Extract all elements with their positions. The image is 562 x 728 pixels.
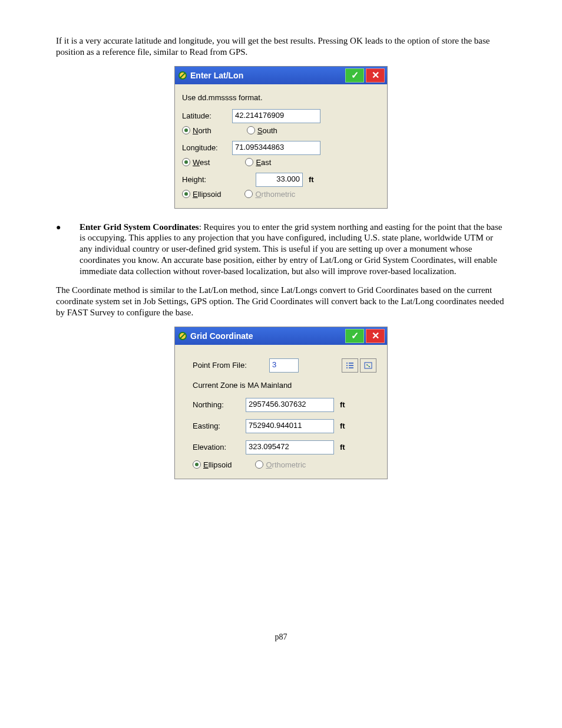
orthometric-radio-label: Orthometric: [255, 190, 295, 199]
ellipsoid-radio[interactable]: [182, 190, 190, 198]
latitude-label: Latitude:: [182, 111, 232, 120]
orthometric-radio[interactable]: [244, 190, 253, 198]
orthometric-radio[interactable]: [255, 460, 263, 469]
ellipsoid-radio[interactable]: [193, 460, 201, 469]
dialog-title: Enter Lat/Lon: [190, 71, 343, 80]
grid-coordinate-dialog: Grid Coordinate ✓ ✕ Point From File: 3 C…: [174, 327, 388, 479]
height-label: Height:: [182, 175, 232, 184]
elevation-label: Elevation:: [193, 443, 246, 452]
point-from-file-label: Point From File:: [193, 361, 269, 370]
app-icon: [177, 331, 188, 341]
svg-line-11: [367, 365, 369, 367]
easting-label: Easting:: [193, 421, 246, 430]
bullet-item: ● Enter Grid System Coordinates: Require…: [56, 222, 506, 277]
current-zone-label: Current Zone is MA Mainland: [193, 381, 376, 390]
west-radio[interactable]: [182, 158, 190, 166]
south-radio[interactable]: [247, 126, 255, 134]
orthometric-radio-label: Orthometric: [266, 460, 306, 469]
ellipsoid-radio-label: Ellipsoid: [193, 190, 221, 199]
point-from-file-input[interactable]: 3: [269, 358, 299, 373]
north-radio-label: North: [193, 126, 211, 135]
easting-unit: ft: [340, 421, 345, 430]
dialog-title: Grid Coordinate: [190, 331, 343, 341]
north-radio[interactable]: [182, 126, 190, 134]
dialog-titlebar: Grid Coordinate ✓ ✕: [175, 327, 387, 345]
intro-paragraph: If it is a very accurate latitude and lo…: [56, 35, 506, 58]
east-radio-label: East: [256, 158, 271, 167]
northing-label: Northing:: [193, 400, 246, 409]
northing-input[interactable]: 2957456.307632: [246, 398, 334, 412]
east-radio[interactable]: [245, 158, 253, 166]
elevation-input[interactable]: 323.095472: [246, 440, 334, 454]
coordinate-method-paragraph: The Coordinate method is similar to the …: [56, 285, 506, 318]
enter-latlon-dialog: Enter Lat/Lon ✓ ✕ Use dd.mmssss format. …: [174, 66, 388, 209]
easting-input[interactable]: 752940.944011: [246, 419, 334, 433]
bullet-marker: ●: [56, 222, 80, 277]
height-unit: ft: [309, 175, 314, 184]
bullet-title: Enter Grid System Coordinates: [80, 222, 199, 232]
page-number: p87: [56, 633, 506, 642]
elevation-unit: ft: [340, 443, 345, 452]
ok-button[interactable]: ✓: [345, 68, 364, 83]
northing-unit: ft: [340, 400, 345, 409]
height-input[interactable]: 33.000: [256, 173, 303, 187]
west-radio-label: West: [193, 158, 210, 167]
longitude-input[interactable]: 71.095344863: [232, 141, 320, 155]
ok-button[interactable]: ✓: [345, 329, 364, 343]
close-button[interactable]: ✕: [366, 68, 385, 83]
south-radio-label: South: [257, 126, 277, 135]
latitude-input[interactable]: 42.214176909: [232, 109, 320, 123]
dialog-titlebar: Enter Lat/Lon ✓ ✕: [175, 67, 387, 84]
format-hint: Use dd.mmssss format.: [182, 93, 380, 102]
list-button[interactable]: [342, 358, 358, 373]
longitude-label: Longitude:: [182, 143, 232, 152]
close-button[interactable]: ✕: [366, 329, 385, 343]
app-icon: [177, 70, 188, 81]
ellipsoid-radio-label: Ellipsoid: [203, 460, 232, 469]
map-button[interactable]: [360, 358, 376, 373]
